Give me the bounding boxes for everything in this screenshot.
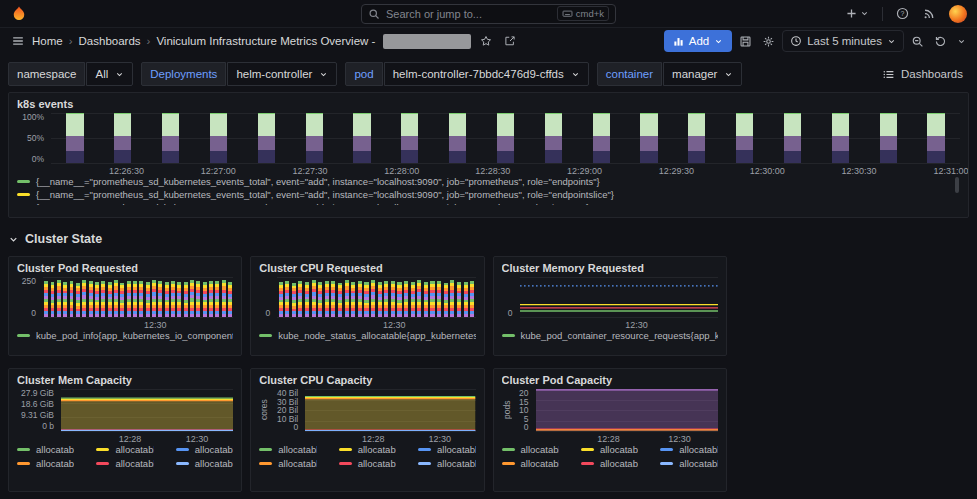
bar-segment — [331, 314, 335, 317]
cpu-requested-plot[interactable]: 12:30 — [277, 277, 475, 317]
panel-title[interactable]: Cluster CPU Requested — [259, 262, 475, 274]
search-icon — [368, 8, 380, 20]
variable-label-pod[interactable]: pod — [345, 62, 382, 86]
bar-stack — [351, 282, 355, 317]
legend-item[interactable]: allocatable — [660, 444, 717, 455]
news-rss-button[interactable] — [920, 4, 939, 23]
bar-segment — [417, 314, 421, 317]
legend-item[interactable]: allocatable — [581, 458, 638, 469]
mega-menu-toggle[interactable] — [8, 31, 28, 51]
help-button[interactable]: ? — [893, 4, 912, 23]
variable-label-deployments[interactable]: Deployments — [141, 62, 226, 86]
graph-bar-icon — [673, 36, 684, 47]
breadcrumb-dashboards[interactable]: Dashboards — [79, 35, 141, 47]
variable-value-namespace[interactable]: All — [86, 62, 133, 86]
bar-segment — [497, 113, 514, 136]
panel-title[interactable]: Cluster CPU Capacity — [259, 374, 475, 386]
legend-item[interactable]: allocatable — [259, 458, 316, 469]
panel-title[interactable]: Cluster Memory Requested — [502, 262, 718, 274]
bar — [304, 277, 311, 317]
bar-segment — [880, 113, 897, 136]
pod-capacity-plot[interactable]: 12:2812:30 — [536, 389, 718, 431]
bar-segment — [784, 151, 801, 164]
legend-item[interactable]: allocatable — [502, 458, 559, 469]
legend-item[interactable]: allocatable — [660, 458, 717, 469]
y-tick: 100% — [22, 113, 44, 122]
star-dashboard-button[interactable] — [477, 32, 495, 50]
legend-color-dash — [581, 448, 594, 451]
refresh-interval-caret[interactable] — [954, 34, 969, 49]
legend-item[interactable]: allocatable — [418, 458, 475, 469]
legend-item[interactable]: allocatable — [581, 444, 638, 455]
bar-segment — [162, 151, 179, 163]
dashboard-settings-button[interactable] — [759, 32, 778, 51]
legend-item[interactable]: {__name__="prometheus_sd_kubernetes_even… — [17, 188, 950, 201]
legend-item[interactable]: kube_pod_info{app_kubernetes_io_componen… — [17, 330, 233, 341]
grafana-logo[interactable] — [10, 5, 28, 23]
pod-requested-plot[interactable]: 12:30 — [43, 277, 233, 317]
legend-item[interactable]: allocatable — [502, 444, 559, 455]
legend-item[interactable]: {__name__="prometheus_sd_kubernetes_even… — [17, 175, 950, 188]
y-tick: 50% — [27, 134, 44, 143]
search-box[interactable]: Search or jump to... cmd+k — [361, 4, 616, 24]
legend-item[interactable]: allocatable — [17, 458, 74, 469]
share-dashboard-button[interactable] — [501, 32, 519, 50]
cpu-capacity-plot[interactable]: 12:2812:30 — [305, 389, 475, 431]
bar-segment — [120, 314, 124, 317]
bar-segment — [640, 113, 657, 136]
zoom-out-time-button[interactable] — [908, 32, 927, 51]
breadcrumb-home[interactable]: Home — [32, 35, 63, 47]
save-dashboard-button[interactable] — [736, 32, 755, 51]
variable-container: container manager — [597, 62, 743, 86]
legend-item[interactable]: kube_pod_container_resource_requests{app… — [502, 330, 718, 341]
user-avatar[interactable] — [949, 5, 967, 23]
bar — [409, 277, 416, 317]
variable-selected-value: helm-controller-7bbdc476d9-cffds — [393, 68, 564, 80]
variable-label-namespace[interactable]: namespace — [8, 62, 85, 86]
bar-segment — [832, 151, 849, 163]
legend-item[interactable]: allocatable — [17, 444, 74, 455]
bar-stack — [450, 280, 454, 317]
dashboards-list-button[interactable]: Dashboards — [876, 65, 969, 84]
bar-segment — [927, 113, 944, 136]
row-toggle-cluster-state[interactable]: Cluster State — [8, 230, 969, 248]
refresh-button[interactable] — [931, 32, 950, 51]
legend-item[interactable]: kube_node_status_allocatable{app_kuberne… — [259, 330, 475, 341]
variable-value-pod[interactable]: helm-controller-7bbdc476d9-cffds — [384, 62, 589, 86]
new-menu-button[interactable] — [842, 4, 872, 23]
time-range-picker[interactable]: Last 5 minutes — [782, 30, 904, 52]
k8s-events-plot[interactable]: 12:26:3012:27:0012:27:3012:28:0012:28:30… — [51, 113, 960, 163]
mem-requested-plot[interactable]: 12:30 — [520, 277, 718, 317]
variable-value-deployments[interactable]: helm-controller — [227, 62, 337, 86]
variable-selected-value: All — [95, 68, 108, 80]
bar-stack — [82, 280, 86, 317]
panel-row-capacity: Cluster Mem Capacity 27.9 GiB18.6 GiB9.3… — [8, 368, 969, 492]
legend-item[interactable]: allocatable — [96, 458, 153, 469]
svg-text:?: ? — [901, 10, 905, 17]
mem-capacity-plot[interactable]: 12:2812:30 — [61, 389, 233, 431]
add-panel-button[interactable]: Add — [664, 30, 732, 52]
variable-value-container[interactable]: manager — [663, 62, 742, 86]
legend-item[interactable]: {__name__="prometheus_sd_kubernetes_even… — [17, 201, 950, 205]
legend-item[interactable]: allocatable — [176, 444, 233, 455]
panel-title[interactable]: k8s events — [17, 98, 960, 110]
panel-title[interactable]: Cluster Mem Capacity — [17, 374, 233, 386]
panel-title[interactable]: Cluster Pod Capacity — [502, 374, 718, 386]
legend-item[interactable]: allocatable — [339, 444, 396, 455]
legend-scrollbar[interactable] — [955, 177, 959, 193]
legend-item[interactable]: allocatable — [339, 458, 396, 469]
panel-k8s-events: k8s events 100%50%0% 12:26:3012:27:0012:… — [8, 92, 969, 218]
bar-segment — [832, 136, 849, 152]
panel-title[interactable]: Cluster Pod Requested — [17, 262, 233, 274]
panel-cluster-pod-requested: Cluster Pod Requested 2500 12:30 kube_po… — [8, 256, 242, 356]
gridline — [61, 431, 233, 432]
gridline — [277, 317, 475, 318]
legend-item[interactable]: allocatable — [418, 444, 475, 455]
legend-item[interactable]: allocatable — [96, 444, 153, 455]
legend-color-dash — [259, 334, 272, 337]
variable-label-container[interactable]: container — [597, 62, 662, 86]
legend-item[interactable]: allocatable — [259, 444, 316, 455]
legend-item[interactable]: allocatable — [176, 458, 233, 469]
bar-stack — [384, 281, 388, 317]
keyboard-icon — [562, 8, 573, 19]
